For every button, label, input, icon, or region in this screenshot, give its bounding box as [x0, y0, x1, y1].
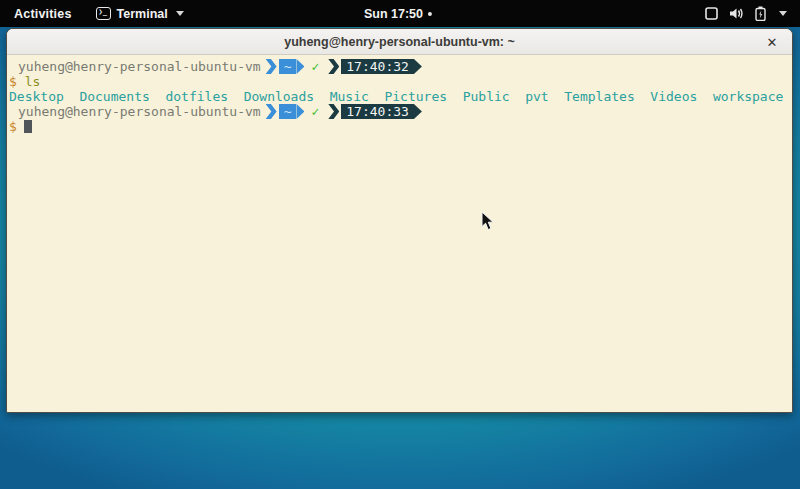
ls-output: DesktopDocumentsdotfilesDownloadsMusicPi…: [9, 89, 792, 104]
activities-button[interactable]: Activities: [0, 0, 86, 27]
prompt-user-host: yuheng@henry-personal-ubuntu-vm: [18, 104, 261, 119]
directory-item: dotfiles: [165, 89, 228, 104]
prompt-user-host: yuheng@henry-personal-ubuntu-vm: [18, 59, 261, 74]
notification-dot-icon: [428, 12, 432, 16]
battery-charging-icon: [755, 6, 766, 21]
caret-down-icon: [176, 11, 184, 16]
terminal-cursor: [24, 120, 32, 133]
window-title: yuheng@henry-personal-ubuntu-vm: ~: [284, 35, 515, 49]
status-check-icon: ✓: [311, 104, 319, 119]
activities-label: Activities: [14, 7, 72, 21]
status-check-icon: ✓: [311, 59, 319, 74]
prompt-time: 17:40:33: [341, 104, 414, 119]
window-titlebar[interactable]: yuheng@henry-personal-ubuntu-vm: ~ ✕: [7, 29, 792, 55]
current-input-line: $: [9, 119, 792, 134]
powerline-chevron-icon: [266, 59, 277, 74]
caret-down-icon: [779, 11, 787, 16]
app-menu-label: Terminal: [117, 7, 168, 21]
directory-item: Documents: [79, 89, 149, 104]
powerline-arrow-icon: [414, 104, 422, 119]
prompt-line: yuheng@henry-personal-ubuntu-vm ~ ✓ 17:4…: [9, 104, 792, 119]
prompt-cwd: ~: [279, 104, 297, 119]
directory-item: Videos: [650, 89, 697, 104]
command-line: $ ls: [9, 74, 792, 89]
prompt-line: yuheng@henry-personal-ubuntu-vm ~ ✓ 17:4…: [9, 59, 792, 74]
prompt-symbol: $: [9, 74, 17, 89]
clock-button[interactable]: Sun 17:50: [364, 0, 432, 27]
powerline-chevron-icon: [266, 104, 277, 119]
directory-item: workspace: [713, 89, 783, 104]
mouse-cursor-icon: [481, 211, 494, 231]
volume-icon: [729, 7, 744, 20]
command-text: ls: [25, 74, 41, 89]
top-bar: Activities ❯_ Terminal Sun 17:50: [0, 0, 800, 27]
terminal-window: yuheng@henry-personal-ubuntu-vm: ~ ✕ yuh…: [6, 28, 793, 413]
prompt-cwd: ~: [279, 59, 297, 74]
directory-item: Music: [330, 89, 369, 104]
clock-label: Sun 17:50: [364, 7, 423, 21]
directory-item: Pictures: [384, 89, 447, 104]
powerline-chevron-icon: [328, 104, 339, 119]
terminal-content[interactable]: yuheng@henry-personal-ubuntu-vm ~ ✓ 17:4…: [7, 55, 792, 413]
powerline-chevron-icon: [328, 59, 339, 74]
powerline-arrow-icon: [414, 59, 422, 74]
directory-item: pvt: [525, 89, 548, 104]
prompt-symbol: $: [9, 119, 17, 134]
directory-item: Templates: [564, 89, 634, 104]
directory-item: Public: [463, 89, 510, 104]
prompt-time: 17:40:32: [341, 59, 414, 74]
directory-item: Downloads: [244, 89, 314, 104]
terminal-app-icon: ❯_: [96, 7, 111, 20]
display-icon: [705, 7, 718, 20]
app-menu-terminal[interactable]: ❯_ Terminal: [86, 0, 194, 27]
powerline-arrow-icon: [296, 59, 304, 74]
close-button[interactable]: ✕: [760, 30, 784, 54]
powerline-arrow-icon: [296, 104, 304, 119]
system-tray[interactable]: [692, 0, 800, 27]
directory-item: Desktop: [9, 89, 64, 104]
